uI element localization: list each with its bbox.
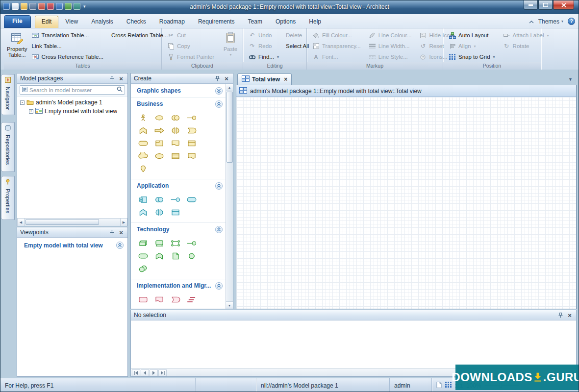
transparency-button[interactable]: Transparency... [310, 41, 363, 51]
close-button[interactable] [553, 0, 574, 10]
ribbon-tab-file[interactable]: File [4, 15, 31, 28]
shape-system-software-icon[interactable] [138, 262, 154, 275]
expand-expander-icon[interactable]: + [29, 109, 33, 114]
create-section-header-business[interactable]: Business [131, 98, 226, 110]
next-record-icon[interactable] [150, 369, 158, 376]
auto-layout-button[interactable]: Auto Layout [446, 30, 498, 41]
shape-object-icon[interactable] [186, 137, 202, 149]
shape-device-icon[interactable] [154, 237, 170, 249]
chevron-double-down-icon[interactable] [215, 87, 223, 95]
ribbon-tab-roadmap[interactable]: Roadmap [153, 16, 191, 28]
chevron-double-up-icon[interactable] [215, 282, 223, 290]
undo-button[interactable]: ↶ Undo [246, 30, 281, 41]
grid-teal-icon[interactable] [74, 3, 80, 10]
shape-communication-icon[interactable] [186, 249, 202, 262]
chevron-up-icon[interactable] [116, 242, 124, 249]
shape-deliverable-icon[interactable] [154, 293, 170, 306]
chevron-double-up-icon[interactable] [215, 226, 223, 233]
pin-icon[interactable] [108, 75, 115, 82]
shape-value-icon[interactable] [154, 149, 170, 162]
ribbon-tab-view[interactable]: View [59, 16, 84, 28]
collapse-ribbon-icon[interactable] [529, 18, 534, 25]
pin-icon[interactable] [557, 312, 564, 318]
format-painter-button[interactable]: Format Painter [165, 51, 217, 62]
help-icon[interactable]: ? [568, 18, 575, 25]
font-button[interactable]: A Font... [310, 51, 363, 62]
horizontal-scrollbar[interactable]: ◀ ▶ [17, 218, 127, 226]
ribbon-tab-checks[interactable]: Checks [120, 16, 152, 28]
shape-implementation-event-icon[interactable] [170, 293, 186, 306]
create-section-header-graphic-shapes[interactable]: Graphic shapes [131, 84, 226, 97]
translation-table-button[interactable]: Translation Table... [29, 30, 106, 41]
close-icon[interactable]: × [118, 75, 125, 82]
scrollbar-thumb[interactable] [25, 219, 99, 225]
line-style-button[interactable]: Line Style... [366, 51, 414, 62]
shape-network-icon[interactable] [170, 237, 186, 249]
shape-service-icon[interactable] [138, 137, 154, 149]
chevron-double-up-icon[interactable] [215, 100, 223, 108]
ribbon-tab-analysis[interactable]: Analysis [85, 16, 120, 28]
close-icon[interactable]: × [223, 75, 230, 82]
shape-role-icon[interactable] [154, 111, 170, 124]
app-icon[interactable] [3, 3, 10, 10]
table-blue-icon[interactable] [56, 3, 63, 10]
page-icon[interactable] [436, 382, 442, 390]
rotate-button[interactable]: ↻ Rotate [501, 41, 552, 51]
shape-interaction-icon[interactable] [154, 206, 170, 219]
shape-process-icon[interactable] [154, 124, 170, 137]
shape-interface-icon[interactable] [186, 111, 202, 124]
sidebar-tab-navigator[interactable]: Navigator [1, 74, 15, 115]
ribbon-tab-team[interactable]: Team [242, 16, 269, 28]
property-table-button[interactable]: Property Table... [7, 30, 27, 62]
shape-plateau-icon[interactable] [186, 293, 202, 306]
last-record-icon[interactable] [158, 369, 167, 376]
scroll-down-icon[interactable]: ▼ [226, 301, 233, 309]
vertical-scrollbar[interactable]: ▲ ▼ [226, 84, 233, 309]
pin-icon[interactable] [108, 229, 115, 236]
maximize-button[interactable] [538, 0, 553, 10]
redo-button[interactable]: ↷ Redo [246, 41, 281, 51]
ribbon-tab-requirements[interactable]: Requirements [192, 16, 241, 28]
diagram-canvas[interactable] [236, 97, 576, 309]
themes-menu[interactable]: Themes▾ [538, 18, 563, 25]
ribbon-tab-help[interactable]: Help [302, 16, 327, 28]
cut-button[interactable]: ✂ Cut [165, 30, 217, 41]
shape-data-object-icon[interactable] [170, 206, 186, 219]
find-button[interactable]: Find... ▾ [246, 51, 281, 62]
shape-function-icon[interactable] [138, 124, 154, 137]
shape-representation-icon[interactable] [170, 137, 186, 149]
shape-function-icon[interactable] [138, 206, 154, 219]
shape-artifact-icon[interactable] [170, 249, 186, 262]
line-width-button[interactable]: Line Width... [366, 41, 414, 51]
shape-collaboration-icon[interactable] [154, 193, 170, 206]
shape-interaction-icon[interactable] [170, 124, 186, 137]
shape-service-icon[interactable] [138, 249, 154, 262]
scroll-left-icon[interactable]: ◀ [17, 219, 25, 226]
table-green-icon[interactable] [65, 3, 72, 10]
shape-interface-icon[interactable] [170, 193, 186, 206]
shape-deliverable-icon[interactable] [186, 149, 202, 162]
line-colour-button[interactable]: Line Colour... [366, 30, 414, 41]
tab-close-icon[interactable]: × [282, 76, 287, 83]
flag-icon[interactable] [47, 3, 54, 10]
shape-work-package-icon[interactable] [138, 293, 154, 306]
shape-gap-icon[interactable] [138, 306, 154, 309]
attach-label-button[interactable]: Attach Label ▾ [501, 30, 552, 41]
shape-meaning-icon[interactable] [138, 149, 154, 162]
cross-reference-table-button[interactable]: Cross Reference Table... [29, 51, 106, 62]
previous-record-icon[interactable] [141, 369, 149, 376]
print-icon[interactable] [38, 3, 45, 10]
align-button[interactable]: Align ▾ [446, 41, 498, 51]
pin-icon[interactable] [214, 75, 221, 82]
shape-service-icon[interactable] [186, 193, 202, 206]
scrollbar-thumb[interactable] [227, 92, 233, 163]
shape-contract-icon[interactable] [170, 149, 186, 162]
new-document-icon[interactable] [12, 3, 19, 10]
tree-item-model[interactable]: + Empty model with total view [17, 107, 127, 116]
create-section-header-implementation-and-migr[interactable]: Implementation and Migr... [131, 279, 226, 292]
shape-product-icon[interactable] [154, 137, 170, 149]
copy-button[interactable]: Copy [165, 41, 217, 51]
cross-relation-table-button[interactable]: Cross Relation Table... [109, 30, 170, 41]
ribbon-tab-options[interactable]: Options [269, 16, 302, 28]
sidebar-tab-properties[interactable]: Properties [1, 176, 15, 220]
